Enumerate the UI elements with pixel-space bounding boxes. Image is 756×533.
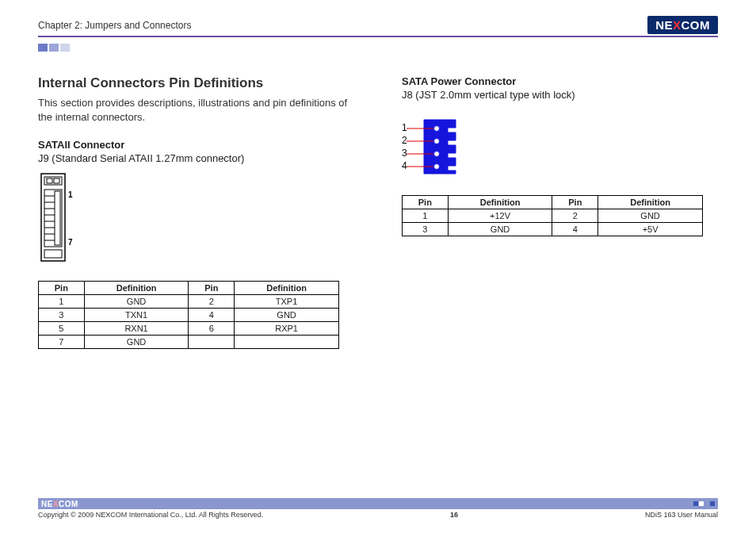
table-row: 1+12V2GND (403, 209, 703, 223)
svg-rect-4 (44, 190, 62, 247)
th-def: Definition (448, 196, 552, 209)
jst-pin-1: 1 (402, 122, 407, 133)
pin-7-label: 7 (68, 238, 73, 247)
th-pin: Pin (189, 282, 235, 295)
logo-part-1: NE (655, 18, 673, 32)
svg-rect-14 (44, 250, 62, 258)
svg-rect-2 (47, 178, 52, 183)
copyright-text: Copyright © 2009 NEXCOM International Co… (38, 511, 263, 519)
table-row: 3TXN14GND (39, 309, 339, 322)
footer-logo: NEXCOM (41, 500, 78, 508)
sataii-connector-diagram: 1 7 (38, 172, 86, 267)
jst-pin-4: 4 (402, 160, 407, 171)
manual-name: NDiS 163 User Manual (645, 511, 718, 519)
sata-power-pin-table: Pin Definition Pin Definition 1+12V2GND … (402, 195, 703, 236)
table-row: 3GND4+5V (403, 223, 703, 236)
section-title: Internal Connectors Pin Definitions (38, 75, 354, 91)
th-pin: Pin (552, 196, 598, 209)
jst-pin-2: 2 (402, 135, 407, 146)
th-def: Definition (84, 282, 189, 295)
th-def: Definition (598, 196, 703, 209)
sata-power-heading: SATA Power Connector (402, 75, 718, 87)
logo-x: X (673, 18, 682, 32)
th-def: Definition (235, 282, 339, 295)
chapter-title: Chapter 2: Jumpers and Connectors (38, 20, 191, 31)
sata-power-connector-diagram: 1 2 3 4 (402, 115, 481, 178)
sataii-pin-table: Pin Definition Pin Definition 1GND2TXP1 … (38, 281, 339, 349)
svg-rect-5 (55, 191, 60, 245)
page-number: 16 (450, 511, 458, 519)
section-description: This section provides descriptions, illu… (38, 96, 354, 125)
table-row: 5RXN16RXP1 (39, 322, 339, 336)
th-pin: Pin (403, 196, 449, 209)
table-row: 1GND2TXP1 (39, 295, 339, 309)
nexcom-logo: NEXCOM (647, 16, 718, 34)
svg-point-17 (434, 151, 440, 157)
svg-point-15 (434, 126, 440, 132)
table-row: 7GND (39, 336, 339, 349)
logo-part-2: COM (682, 18, 711, 32)
decorative-squares (38, 44, 718, 52)
sataii-desc: J9 (Standard Serial ATAII 1.27mm connect… (38, 152, 354, 164)
svg-rect-3 (54, 178, 59, 183)
th-pin: Pin (39, 282, 85, 295)
svg-point-16 (434, 139, 440, 144)
sata-power-desc: J8 (JST 2.0mm vertical type with lock) (402, 89, 718, 101)
jst-pin-3: 3 (402, 148, 407, 159)
footer-decorative-icon (693, 501, 715, 506)
sataii-heading: SATAII Connector (38, 139, 354, 151)
svg-point-18 (434, 164, 440, 170)
pin-1-label: 1 (68, 190, 73, 199)
